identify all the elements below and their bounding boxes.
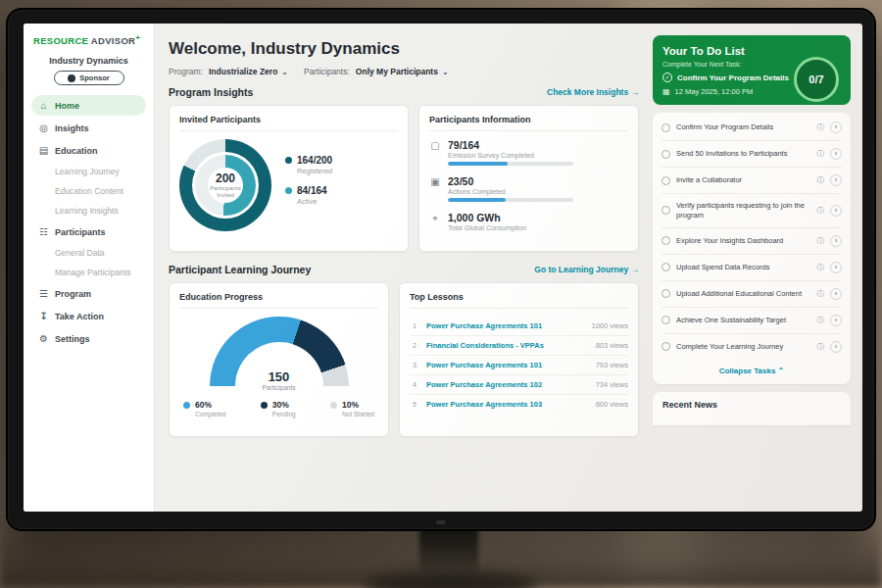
chevron-right-icon[interactable]: › — [830, 341, 842, 353]
lesson-link[interactable]: Power Purchase Agreements 101 — [426, 361, 589, 369]
lesson-rank: 1 — [410, 322, 419, 329]
sidebar-item-label: Home — [55, 101, 79, 111]
sidebar-item-insights[interactable]: ◎ Insights — [31, 118, 146, 138]
task-row-send-invitations[interactable]: Send 50 Invitations to Participants ⓘ › — [662, 141, 842, 168]
sidebar-item-label: General Data — [55, 248, 105, 258]
task-checkbox[interactable] — [662, 123, 670, 132]
sidebar-item-label: Manage Participants — [55, 268, 131, 277]
task-row-invite-collaborator[interactable]: Invite a Collaborator ⓘ › — [662, 168, 842, 194]
task-checkbox[interactable] — [662, 316, 670, 324]
todo-title: Your To Do List — [662, 45, 841, 57]
page-title: Welcome, Industry Dynamics — [169, 39, 639, 59]
chevron-right-icon[interactable]: › — [830, 174, 842, 186]
task-checkbox[interactable] — [662, 176, 670, 185]
take-action-icon: ↧ — [38, 311, 49, 321]
chevron-right-icon[interactable]: › — [830, 315, 842, 326]
program-icon: ☰ — [38, 288, 49, 299]
task-row-achieve-target[interactable]: Achieve One Sustainability Target ⓘ › — [662, 308, 842, 334]
sidebar-item-program[interactable]: ☰ Program — [31, 283, 146, 304]
sponsor-badge[interactable]: Sponsor — [54, 71, 124, 85]
sidebar-item-label: Education — [55, 146, 98, 156]
chevron-right-icon[interactable]: › — [830, 235, 842, 247]
task-checkbox[interactable] — [662, 206, 670, 215]
task-row-complete-learning-journey[interactable]: Complete Your Learning Journey ⓘ › — [662, 334, 842, 360]
stat-value: 1,000 GWh — [448, 212, 526, 223]
task-row-verify-participants[interactable]: Verify participants requesting to join t… — [662, 194, 842, 228]
legend-value: 30% — [272, 400, 289, 410]
logo-resource: RESOURCE — [33, 35, 88, 46]
legend-label: Completed — [195, 411, 225, 417]
gauge-center: 150 Participants — [206, 369, 353, 391]
legend-label: Registered — [297, 167, 332, 175]
sidebar-item-settings[interactable]: ⚙ Settings — [31, 328, 146, 349]
sidebar-item-label: Insights — [55, 123, 89, 133]
lesson-link[interactable]: Power Purchase Agreements 102 — [426, 380, 589, 389]
sidebar-item-take-action[interactable]: ↧ Take Action — [31, 306, 146, 326]
lesson-views: 734 views — [596, 380, 628, 389]
invited-participants-card: Invited Participants 200 Participants In… — [169, 105, 409, 252]
task-label: Invite a Collaborator — [676, 175, 811, 185]
task-checkbox[interactable] — [662, 342, 670, 351]
sidebar-item-learning-insights[interactable]: Learning Insights — [31, 202, 146, 220]
sidebar-item-education[interactable]: ▤ Education — [31, 140, 146, 161]
gauge-center-label: Participants — [206, 384, 353, 391]
todo-header-card: Your To Do List Complete Your Next Task:… — [653, 35, 851, 105]
go-to-learning-journey-link[interactable]: Go to Learning Journey → — [534, 265, 639, 274]
lesson-link[interactable]: Power Purchase Agreements 103 — [426, 400, 589, 409]
task-row-explore-insights[interactable]: Explore Your Insights Dashboard ⓘ › — [662, 228, 842, 255]
task-row-confirm-program[interactable]: Confirm Your Program Details ⓘ › — [662, 115, 842, 141]
stat-label: Total Global Consumption — [448, 224, 526, 231]
sidebar-item-general-data[interactable]: General Data — [31, 244, 146, 262]
task-checkbox[interactable] — [662, 289, 670, 298]
task-row-upload-educational-content[interactable]: Upload Additional Educational Content ⓘ … — [662, 281, 842, 308]
lesson-link[interactable]: Financial Considerations - VPPAs — [426, 341, 589, 350]
legend-completed: 60% Completed — [183, 400, 225, 417]
todo-datetime-text: 12 May 2025, 12:00 PM — [675, 87, 754, 96]
todo-next-task-label: Confirm Your Program Details — [677, 74, 789, 82]
task-row-upload-spend-data[interactable]: Upload Spend Data Records ⓘ › — [662, 255, 842, 281]
sidebar-item-learning-journey[interactable]: Learning Journey — [31, 163, 146, 180]
check-more-insights-link[interactable]: Check More Insights → — [547, 87, 639, 97]
task-checkbox[interactable] — [662, 236, 670, 245]
participants-filter-dropdown[interactable]: Only My Participants ⌄ — [356, 67, 449, 76]
stat-global-consumption: ⌖ 1,000 GWh Total Global Consumption — [429, 212, 628, 234]
settings-icon: ⚙ — [38, 333, 49, 344]
collapse-tasks-link[interactable]: Collapse Tasks ⌃ — [662, 360, 842, 380]
task-checkbox[interactable] — [662, 263, 670, 271]
legend-value: 60% — [195, 400, 212, 410]
card-title: Top Lessons — [410, 292, 628, 309]
card-title: Invited Participants — [179, 115, 398, 131]
task-label: Send 50 Invitations to Participants — [676, 149, 811, 159]
stat-actions-completed: ▣ 23/50 Actions Completed — [429, 175, 628, 202]
chevron-right-icon[interactable]: › — [830, 148, 842, 160]
chevron-right-icon[interactable]: › — [830, 205, 842, 217]
program-filter-dropdown[interactable]: Industrialize Zero ⌄ — [209, 67, 288, 76]
sidebar-item-label: Participants — [55, 227, 106, 237]
info-icon: ⓘ — [817, 342, 825, 352]
sidebar-item-home[interactable]: ⌂ Home — [31, 95, 146, 116]
chevron-down-icon: ⌄ — [281, 68, 288, 76]
task-checkbox[interactable] — [662, 150, 670, 159]
sidebar-item-label: Take Action — [55, 312, 104, 321]
stat-value: 23/50 — [448, 175, 573, 187]
task-label: Upload Spend Data Records — [676, 263, 811, 272]
stat-label: Emission Survey Completed — [448, 152, 573, 159]
todo-progress-ring: 0/7 — [794, 57, 839, 102]
chevron-right-icon[interactable]: › — [830, 122, 842, 133]
stat-emission-survey: ▢ 79/164 Emission Survey Completed — [429, 139, 628, 166]
legend-value: 84/164 — [297, 185, 327, 196]
stat-label: Actions Completed — [448, 188, 573, 195]
program-filter-label: Program: — [169, 67, 203, 76]
sidebar-item-participants[interactable]: ☷ Participants — [31, 221, 146, 242]
chevron-right-icon[interactable]: › — [830, 262, 842, 273]
lesson-link[interactable]: Power Purchase Agreements 101 — [426, 321, 584, 330]
todo-next-task[interactable]: ✓ Confirm Your Program Details — [662, 73, 800, 82]
sidebar-item-education-content[interactable]: Education Content — [31, 182, 146, 200]
main-content: Welcome, Industry Dynamics Program: Indu… — [155, 24, 653, 512]
sidebar-item-manage-participants[interactable]: Manage Participants — [31, 264, 146, 281]
home-icon: ⌂ — [38, 100, 49, 111]
legend-registered: 164/200 Registered — [285, 155, 332, 175]
todo-panel: Your To Do List Complete Your Next Task:… — [653, 24, 862, 512]
lesson-views: 600 views — [596, 400, 628, 409]
chevron-right-icon[interactable]: › — [830, 288, 842, 300]
